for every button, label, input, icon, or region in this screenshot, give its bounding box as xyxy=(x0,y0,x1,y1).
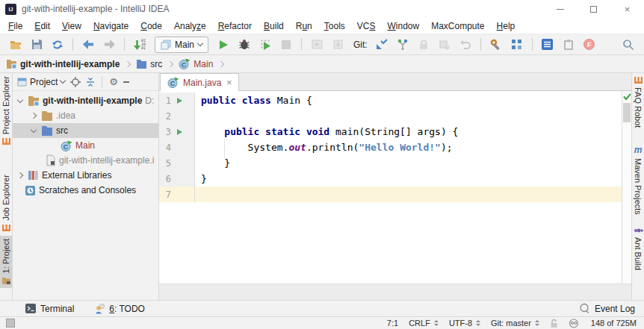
tab-main-java[interactable]: C Main.java × xyxy=(160,73,239,91)
toolwindow-project[interactable]: 1: Project xyxy=(0,236,12,288)
line-separator-widget[interactable]: CRLF xyxy=(409,319,439,328)
synchronize-button[interactable] xyxy=(48,36,67,54)
breadcrumb-src[interactable]: src xyxy=(136,59,162,69)
toolwindow-terminal[interactable]: Terminal xyxy=(25,304,74,314)
reformat-button[interactable]: F xyxy=(580,36,599,54)
toolwindow-todo[interactable]: 6: TODO xyxy=(93,304,145,314)
run-gutter[interactable] xyxy=(171,129,188,135)
svg-text:C: C xyxy=(170,80,176,87)
horizontal-scrollbar-track[interactable] xyxy=(159,283,631,300)
patch-button[interactable] xyxy=(559,36,578,54)
menu-item-file[interactable]: File xyxy=(2,19,28,33)
toolwindow-event-log[interactable]: Event Log xyxy=(579,303,635,314)
tab-close-icon[interactable]: × xyxy=(226,78,232,88)
forward-button[interactable] xyxy=(99,36,119,54)
structure-view-button[interactable] xyxy=(538,36,557,54)
src-folder-icon xyxy=(41,125,53,136)
git-push-button[interactable] xyxy=(414,36,433,54)
save-all-button[interactable] xyxy=(27,36,46,54)
menu-item-run[interactable]: Run xyxy=(290,19,318,33)
locate-file-icon[interactable] xyxy=(70,77,81,87)
collapse-all-icon[interactable] xyxy=(86,77,95,87)
class-icon: C xyxy=(167,77,179,88)
code-editor[interactable]: 1 public class Main { 2 3 public static … xyxy=(159,91,631,283)
search-everywhere-button[interactable] xyxy=(619,36,638,54)
caret-position[interactable]: 7:1 xyxy=(387,319,398,328)
tree-row-external-libraries[interactable]: External Libraries xyxy=(13,168,158,183)
toolwindow-faq-robot[interactable]: FAQ Robot xyxy=(632,76,644,128)
run-gutter[interactable] xyxy=(171,98,188,104)
attach-profiler-button[interactable] xyxy=(307,36,326,54)
menu-item-maxcompute[interactable]: MaxCompute xyxy=(425,19,490,33)
git-update-button[interactable] xyxy=(372,36,391,54)
maven-icon: m xyxy=(634,145,643,155)
menu-item-tools[interactable]: Tools xyxy=(318,19,351,33)
menu-item-help[interactable]: Help xyxy=(491,19,521,33)
run-config-icon xyxy=(161,40,171,50)
toolwindow-label: Project Explorer xyxy=(1,76,10,134)
tree-row-iml-file[interactable]: git-with-intellij-example.i xyxy=(13,153,158,168)
run-configuration-select[interactable]: Main xyxy=(155,37,208,53)
breadcrumb-chevron-icon xyxy=(167,60,173,66)
chevron-slot xyxy=(29,113,38,118)
menu-item-edit[interactable]: Edit xyxy=(28,19,56,33)
project-structure-button[interactable] xyxy=(507,36,527,54)
menu-item-view[interactable]: View xyxy=(56,19,87,33)
line-number: 7 xyxy=(159,189,171,200)
run-button[interactable] xyxy=(214,36,233,54)
tree-row-main-class[interactable]: C Main xyxy=(13,138,158,153)
tree-row-scratches[interactable]: Scratches and Consoles xyxy=(13,183,158,198)
code-line: 2 xyxy=(159,108,631,124)
git-commit-button[interactable] xyxy=(393,36,412,54)
stop-button[interactable] xyxy=(276,36,296,54)
class-icon: C xyxy=(61,140,72,151)
toolwindow-job-explorer[interactable]: Job Explorer xyxy=(0,175,12,232)
intellij-logo-icon: IJ xyxy=(5,4,16,15)
menu-item-build[interactable]: Build xyxy=(258,19,290,33)
sort-lines-button[interactable]: 011001 xyxy=(130,36,149,54)
menu-item-vcs[interactable]: VCS xyxy=(351,19,382,33)
open-file-button[interactable] xyxy=(6,36,25,54)
menu-item-window[interactable]: Window xyxy=(381,19,425,33)
debug-button[interactable] xyxy=(235,36,254,54)
chevron-right-icon xyxy=(31,113,37,119)
run-with-coverage-button[interactable] xyxy=(256,36,275,54)
lock-icon[interactable] xyxy=(550,319,558,328)
menu-item-analyze[interactable]: Analyze xyxy=(168,19,212,33)
inspections-ok-icon xyxy=(623,93,631,100)
dump-threads-button[interactable] xyxy=(328,36,347,54)
toolwindow-project-explorer[interactable]: Project Explorer xyxy=(0,76,12,145)
breadcrumb-main[interactable]: C Main xyxy=(179,58,213,69)
tree-row-project-root[interactable]: git-with-intellij-example D: xyxy=(13,93,158,108)
settings-button[interactable] xyxy=(486,36,506,54)
vertical-scrollbar-thumb[interactable] xyxy=(623,103,631,122)
hide-panel-icon[interactable] xyxy=(123,81,129,83)
gear-icon[interactable]: ⚙ xyxy=(109,77,118,87)
git-branch-widget[interactable]: Git: master xyxy=(491,319,539,328)
menu-item-code[interactable]: Code xyxy=(134,19,168,33)
minimize-button[interactable] xyxy=(543,0,577,18)
maximize-button[interactable] xyxy=(577,0,610,18)
toolwindow-ant-build[interactable]: Ant Build xyxy=(632,227,644,270)
toolwindow-maven-projects[interactable]: m Maven Projects xyxy=(632,145,644,215)
memory-indicator[interactable]: 148 of 725M xyxy=(589,318,638,328)
run-method-icon xyxy=(177,129,182,135)
git-rollback-button[interactable] xyxy=(456,36,475,54)
git-push-icon xyxy=(418,39,429,50)
terminal-icon xyxy=(25,304,36,313)
close-button[interactable]: × xyxy=(610,0,644,18)
menu-item-navigate[interactable]: Navigate xyxy=(87,19,134,33)
sync-icon xyxy=(52,39,64,51)
tree-row-src[interactable]: src xyxy=(13,123,158,138)
breadcrumb-label: git-with-intellij-example xyxy=(20,59,120,69)
folder-icon xyxy=(41,110,53,121)
highlighting-level-icon[interactable] xyxy=(569,319,579,328)
project-view-select[interactable]: Project xyxy=(17,77,65,87)
menu-item-refactor[interactable]: Refactor xyxy=(212,19,258,33)
breadcrumb-project[interactable]: git-with-intellij-example xyxy=(6,59,120,69)
back-button[interactable] xyxy=(78,36,98,54)
toolwindow-switcher-icon[interactable] xyxy=(6,319,15,328)
encoding-widget[interactable]: UTF-8 xyxy=(449,319,480,328)
git-compare-button[interactable] xyxy=(435,36,454,54)
tree-row-idea[interactable]: .idea xyxy=(13,108,158,123)
